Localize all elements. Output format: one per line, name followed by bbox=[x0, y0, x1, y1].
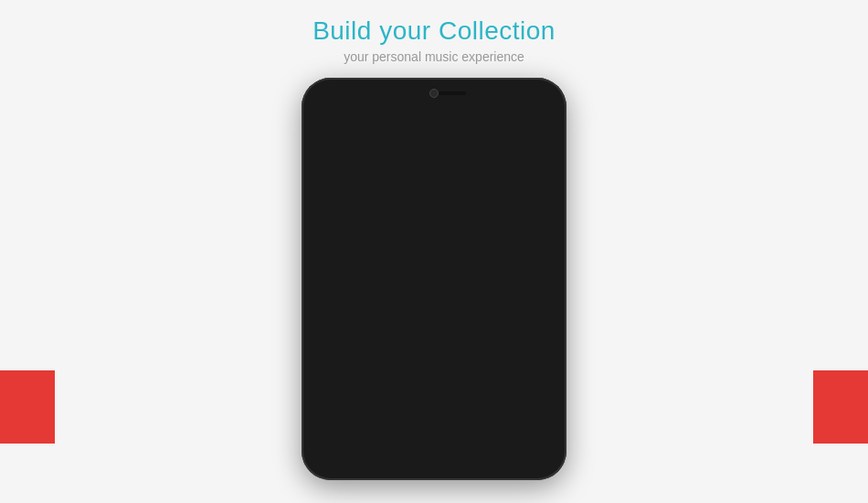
phone-screen: ▾▾ ▋▋ 12:06 My Music ⚲ bbox=[309, 114, 559, 434]
driving-chevron: › bbox=[544, 430, 548, 434]
hamburger-line-3 bbox=[318, 155, 331, 156]
hamburger-line-1 bbox=[318, 147, 331, 149]
driving-text: Driving 33 songs bbox=[364, 425, 535, 434]
side-bar-right bbox=[813, 370, 868, 444]
all-liked-subtitle: 1 song bbox=[364, 317, 535, 327]
my-journey-chevron: › bbox=[544, 359, 548, 373]
headline-subtitle: your personal music experience bbox=[312, 49, 556, 64]
status-time: 12:06 bbox=[529, 120, 552, 130]
all-purchased-subtitle: 3 songs bbox=[364, 267, 535, 277]
driving-title: Driving bbox=[364, 425, 535, 434]
all-downloaded-title: All Downloaded bbox=[364, 203, 535, 216]
headline-title: Build your Collection bbox=[312, 16, 556, 46]
headline-section: Build your Collection your personal musi… bbox=[312, 0, 556, 64]
app-bar-left: My Music bbox=[318, 144, 392, 159]
all-downloaded-item[interactable]: All Downloaded 245 songs › bbox=[309, 190, 559, 241]
hamburger-line-2 bbox=[318, 151, 331, 153]
side-bar-left bbox=[0, 370, 55, 444]
all-downloaded-subtitle: 245 songs bbox=[364, 217, 535, 227]
all-liked-text: All Liked 1 song bbox=[364, 304, 535, 327]
all-purchased-item[interactable]: All Purchased 3 songs › bbox=[309, 241, 559, 291]
wifi-icon: ▾▾ bbox=[501, 120, 510, 129]
driving-thumb bbox=[320, 420, 355, 434]
all-purchased-title: All Purchased bbox=[364, 253, 535, 266]
my-journey-subtitle: Music History bbox=[364, 368, 535, 378]
status-icons: ▾▾ ▋▋ bbox=[501, 120, 525, 129]
driving-item[interactable]: Driving 33 songs › bbox=[309, 412, 559, 434]
all-liked-title: All Liked bbox=[364, 304, 535, 316]
app-bar: My Music ⚲ bbox=[309, 134, 559, 169]
all-downloaded-thumb bbox=[320, 198, 355, 232]
all-liked-chevron: › bbox=[544, 308, 548, 323]
all-purchased-text: All Purchased 3 songs bbox=[364, 253, 535, 277]
hamburger-button[interactable] bbox=[318, 147, 331, 156]
all-downloaded-chevron: › bbox=[544, 208, 548, 222]
all-liked-item[interactable]: All Liked 1 song › bbox=[309, 291, 559, 341]
all-downloaded-text: All Downloaded 245 songs bbox=[364, 203, 535, 227]
signal-icon: ▋▋ bbox=[513, 120, 525, 129]
all-purchased-chevron: › bbox=[544, 258, 548, 273]
my-journey-item[interactable]: My Journey Music History › bbox=[309, 341, 559, 391]
phone-wrapper: ▾▾ ▋▋ 12:06 My Music ⚲ bbox=[302, 78, 566, 480]
all-purchased-thumb bbox=[320, 248, 355, 283]
songs-section-header: SONGS bbox=[309, 169, 559, 190]
app-bar-title: My Music bbox=[338, 144, 392, 159]
my-journey-text: My Journey Music History bbox=[364, 354, 535, 378]
all-liked-thumb bbox=[320, 298, 355, 333]
my-journey-title: My Journey bbox=[364, 354, 535, 367]
screen-content: SONGS All Downloaded 245 songs › All Pur… bbox=[309, 169, 559, 434]
playlists-section-header: PLAYLISTS bbox=[309, 391, 559, 412]
my-journey-thumb bbox=[320, 348, 355, 383]
status-bar: ▾▾ ▋▋ 12:06 bbox=[309, 114, 559, 134]
search-button[interactable]: ⚲ bbox=[539, 144, 550, 161]
